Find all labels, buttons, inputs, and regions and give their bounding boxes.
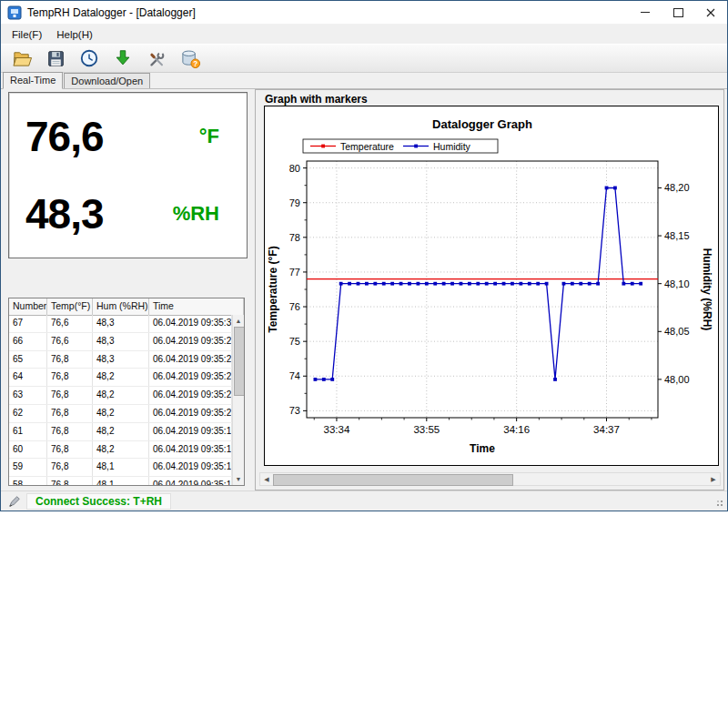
menu-help[interactable]: Help(H) <box>49 26 100 43</box>
table-row[interactable]: 6376,848,206.04.2019 09:35:23 <box>9 387 232 405</box>
data-marker <box>442 282 446 286</box>
svg-text:75: 75 <box>289 336 300 347</box>
window-title: TempRH Datalogger - [Datalogger] <box>27 6 629 19</box>
data-marker <box>485 282 489 286</box>
data-marker <box>365 282 369 286</box>
temperature-unit: °F <box>199 125 219 148</box>
data-marker <box>425 282 429 286</box>
scroll-left-arrow-icon[interactable]: ◀ <box>260 473 273 485</box>
x-axis-label: Time <box>470 442 495 455</box>
settings-button[interactable] <box>145 46 168 70</box>
header-time[interactable]: Time <box>149 298 244 315</box>
data-marker <box>588 282 592 286</box>
table-cell: 48,2 <box>93 405 149 422</box>
table-cell: 76,8 <box>47 477 93 486</box>
data-marker <box>545 282 549 286</box>
table-cell: 66 <box>9 333 47 350</box>
maximize-icon <box>673 8 683 17</box>
svg-text:73: 73 <box>289 405 300 416</box>
resize-grip[interactable] <box>721 504 723 506</box>
table-cell: 59 <box>9 459 47 476</box>
svg-text:48,10: 48,10 <box>664 278 690 289</box>
menu-file[interactable]: File(F) <box>5 26 49 43</box>
data-marker <box>571 282 574 286</box>
chart-horizontal-scrollbar[interactable]: ◀ ▶ <box>259 472 721 486</box>
close-button[interactable] <box>694 1 727 24</box>
table-cell: 06.04.2019 09:35:18 <box>149 423 232 440</box>
data-marker <box>357 282 360 286</box>
save-button[interactable] <box>44 46 67 70</box>
table-row[interactable]: 5876,848,106.04.2019 09:35:12 <box>9 477 232 486</box>
connection-pen-icon <box>8 495 21 508</box>
vertical-scroll-thumb[interactable] <box>234 327 245 396</box>
temperature-readout: 76,6 °F <box>9 112 247 161</box>
table-row[interactable]: 6076,848,206.04.2019 09:35:16 <box>9 441 232 460</box>
svg-text:48,20: 48,20 <box>664 182 690 193</box>
svg-text:48,05: 48,05 <box>664 326 690 337</box>
data-marker <box>579 282 582 286</box>
table-cell: 62 <box>9 405 47 422</box>
svg-text:33:34: 33:34 <box>324 424 350 435</box>
table-cell: 76,8 <box>47 387 93 404</box>
download-button[interactable] <box>111 46 135 70</box>
app-icon <box>7 5 22 20</box>
table-cell: 76,6 <box>47 333 93 350</box>
minimize-button[interactable] <box>629 1 662 24</box>
right-axis-label: Humidity (%RH) <box>701 248 713 331</box>
svg-text:48,15: 48,15 <box>664 230 690 241</box>
table-cell: 48,2 <box>93 387 149 404</box>
table-cell: 64 <box>9 369 47 386</box>
table-cell: 06.04.2019 09:35:29 <box>149 333 232 350</box>
scroll-right-arrow-icon[interactable]: ▶ <box>707 473 720 485</box>
data-query-button[interactable]: ? <box>178 46 202 70</box>
table-cell: 67 <box>9 315 47 332</box>
table-row[interactable]: 6476,848,206.04.2019 09:35:25 <box>9 369 232 387</box>
table-body: 6776,648,306.04.2019 09:35:316676,648,30… <box>9 315 232 485</box>
maximize-button[interactable] <box>662 1 694 24</box>
svg-text:Humidity: Humidity <box>433 141 471 152</box>
svg-text:34:37: 34:37 <box>593 424 620 435</box>
table-row[interactable]: 6676,648,306.04.2019 09:35:29 <box>9 333 232 351</box>
header-number[interactable]: Number <box>9 298 47 315</box>
table-row[interactable]: 6776,648,306.04.2019 09:35:31 <box>9 315 232 333</box>
table-row[interactable]: 5976,848,106.04.2019 09:35:14 <box>9 459 232 477</box>
table-cell: 06.04.2019 09:35:12 <box>149 477 232 486</box>
time-sync-button[interactable] <box>77 46 101 70</box>
table-cell: 06.04.2019 09:35:25 <box>149 369 232 386</box>
open-button[interactable] <box>10 46 34 70</box>
svg-text:?: ? <box>193 59 197 67</box>
datalogger-chart: Datalogger Graph737475767778798033:3433:… <box>265 106 718 465</box>
table-cell: 06.04.2019 09:35:31 <box>149 315 232 332</box>
tab-download-open[interactable]: Download/Open <box>64 73 150 88</box>
data-marker <box>373 282 377 286</box>
data-marker <box>528 282 531 286</box>
data-marker <box>390 282 394 286</box>
data-marker <box>339 282 343 286</box>
humidity-readout: 48,3 %RH <box>9 189 247 238</box>
header-temp[interactable]: Temp(°F) <box>47 298 93 315</box>
table-vertical-scrollbar[interactable]: ▲ ▼ <box>232 315 244 485</box>
table-row[interactable]: 6576,848,306.04.2019 09:35:27 <box>9 351 232 369</box>
chart-legend: TemperatureHumidity <box>303 139 498 153</box>
status-bar: Connect Success: T+RH <box>1 490 727 511</box>
tab-strip: Real-Time Download/Open <box>1 73 727 89</box>
title-bar: TempRH Datalogger - [Datalogger] <box>1 1 727 25</box>
data-marker <box>622 282 625 286</box>
data-marker <box>382 282 386 286</box>
log-table: Number Temp(°F) Hum (%RH) Time 6776,648,… <box>8 298 245 486</box>
horizontal-scroll-thumb[interactable] <box>273 474 513 486</box>
header-humidity[interactable]: Hum (%RH) <box>93 298 149 315</box>
scroll-down-arrow-icon[interactable]: ▼ <box>233 473 244 485</box>
table-cell: 48,1 <box>93 477 149 486</box>
scroll-up-arrow-icon[interactable]: ▲ <box>233 315 244 327</box>
table-cell: 48,2 <box>93 423 149 440</box>
table-cell: 58 <box>9 477 47 486</box>
tab-real-time[interactable]: Real-Time <box>3 72 63 89</box>
data-marker <box>562 282 566 286</box>
table-row[interactable]: 6176,848,206.04.2019 09:35:18 <box>9 423 232 441</box>
data-marker <box>596 282 600 286</box>
tools-icon <box>147 48 167 68</box>
table-row[interactable]: 6276,848,206.04.2019 09:35:21 <box>9 405 232 423</box>
close-icon <box>706 8 715 17</box>
data-marker <box>536 282 540 286</box>
